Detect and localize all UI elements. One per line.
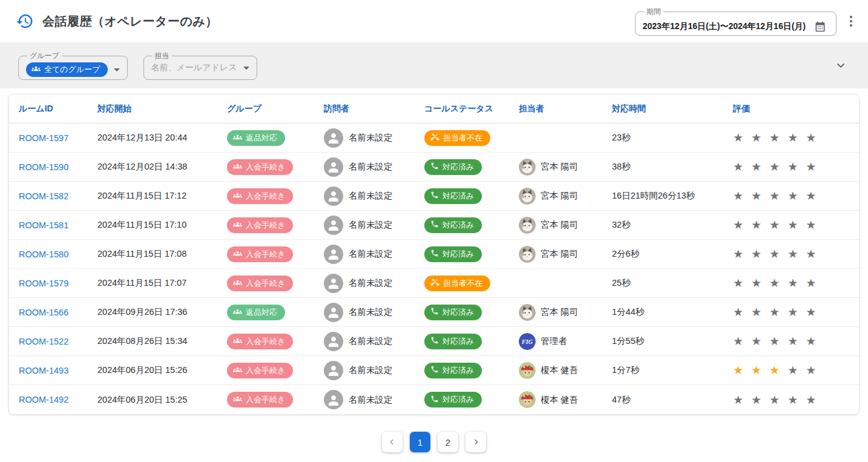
groups-icon — [233, 220, 242, 231]
agent-name: 管理者 — [541, 335, 567, 347]
star-icon: ★ — [751, 306, 761, 318]
group-chip: 入会手続き — [227, 159, 293, 175]
agent-cell: 宮本 陽司 — [519, 188, 612, 205]
table-row[interactable]: ROOM-15972024年12月13日 20:44返品対応名前未設定担当者不在… — [9, 124, 859, 153]
next-page-button[interactable] — [465, 432, 486, 452]
call-status-chip: 対応済み — [424, 305, 482, 320]
prev-page-button[interactable] — [382, 432, 403, 452]
star-icon: ★ — [787, 190, 798, 202]
table-row[interactable]: ROOM-15662024年09月26日 17:36返品対応名前未設定対応済み宮… — [9, 298, 859, 327]
duration: 25秒 — [612, 277, 733, 289]
star-icon: ★ — [751, 219, 761, 231]
room-id-link[interactable]: ROOM-1581 — [19, 220, 68, 230]
person-icon — [326, 332, 341, 351]
period-field[interactable]: 期間 2023年12月16日(土)〜2024年12月16日(月) — [635, 7, 837, 36]
start-time: 2024年11月15日 17:08 — [97, 248, 227, 260]
table-row[interactable]: ROOM-14932024年06月20日 15:26入会手続き名前未設定対応済み… — [9, 356, 859, 385]
room-id-link[interactable]: ROOM-1580 — [19, 249, 68, 259]
star-icon: ★ — [769, 248, 780, 260]
agent-cell: 宮本 陽司 — [519, 217, 612, 234]
more-options-icon[interactable] — [845, 12, 857, 30]
group-chip: 返品対応 — [227, 305, 285, 320]
star-icon: ★ — [806, 190, 816, 202]
star-icon: ★ — [787, 306, 798, 318]
phone-icon — [430, 191, 439, 201]
visitor-avatar — [324, 303, 343, 322]
rating-stars: ★★★★★ — [733, 132, 859, 144]
visitor-name: 名前未設定 — [349, 365, 393, 376]
col-rating: 評価 — [733, 104, 859, 114]
start-time: 2024年06月20日 15:25 — [97, 394, 227, 406]
start-time: 2024年12月13日 20:44 — [97, 132, 227, 144]
agent-filter-placeholder: 名前、メールアドレス — [151, 62, 237, 73]
agent-filter-input[interactable]: 担当 名前、メールアドレス — [143, 51, 257, 80]
agent-avatar: FIG — [519, 333, 536, 350]
star-icon: ★ — [733, 394, 743, 406]
start-time: 2024年11月15日 17:07 — [97, 277, 227, 289]
agent-cell: 宮本 陽司 — [519, 246, 612, 263]
groups-icon — [233, 365, 242, 376]
group-filter-chip-label: 全てのグループ — [44, 64, 100, 75]
visitor-name: 名前未設定 — [349, 306, 393, 318]
star-icon: ★ — [733, 190, 743, 202]
visitor-avatar — [324, 332, 343, 351]
star-icon: ★ — [787, 161, 798, 173]
star-icon: ★ — [733, 161, 743, 173]
room-id-link[interactable]: ROOM-1579 — [19, 279, 68, 288]
start-time: 2024年11月15日 17:10 — [97, 219, 227, 231]
col-start: 対応開始 — [97, 104, 227, 114]
visitor-name: 名前未設定 — [349, 161, 393, 173]
group-filter-select[interactable]: グループ 全てのグループ — [18, 51, 128, 80]
page-button-1[interactable]: 1 — [410, 432, 430, 452]
room-id-link[interactable]: ROOM-1522 — [19, 337, 68, 346]
filter-expand-chevron-icon[interactable] — [832, 56, 850, 74]
visitor-name: 名前未設定 — [349, 190, 393, 202]
room-id-link[interactable]: ROOM-1493 — [19, 366, 68, 375]
person-icon — [326, 361, 341, 380]
star-icon: ★ — [806, 219, 816, 231]
top-header: 会話履歴（オペレーターのみ） 期間 2023年12月16日(土)〜2024年12… — [0, 0, 868, 42]
room-id-link[interactable]: ROOM-1492 — [19, 395, 68, 404]
group-chip: 入会手続き — [227, 363, 293, 378]
table-row[interactable]: ROOM-15792024年11月15日 17:07入会手続き名前未設定担当者不… — [9, 269, 859, 298]
table-row[interactable]: ROOM-15222024年08月26日 15:34入会手続き名前未設定対応済み… — [9, 327, 859, 356]
visitor-avatar — [324, 274, 343, 293]
room-id-link[interactable]: ROOM-1582 — [19, 191, 68, 201]
room-id-link[interactable]: ROOM-1597 — [19, 133, 68, 143]
call-status-chip: 対応済み — [424, 188, 482, 204]
agent-name: 榎本 健吾 — [541, 394, 578, 406]
room-id-link[interactable]: ROOM-1566 — [19, 308, 68, 317]
star-icon: ★ — [806, 306, 816, 318]
table-row[interactable]: ROOM-15902024年12月02日 14:38入会手続き名前未設定対応済み… — [9, 153, 859, 182]
table-header-row: ルームID 対応開始 グループ 訪問者 コールステータス 担当者 対応時間 評価 — [9, 94, 859, 124]
group-chip: 入会手続き — [227, 246, 293, 262]
visitor-avatar — [324, 216, 343, 235]
call-status-chip: 対応済み — [424, 217, 482, 233]
page-button-2[interactable]: 2 — [438, 432, 458, 452]
star-icon: ★ — [769, 161, 780, 173]
star-icon: ★ — [806, 277, 816, 289]
duration: 1分44秒 — [612, 306, 733, 318]
table-row[interactable]: ROOM-15802024年11月15日 17:08入会手続き名前未設定対応済み… — [9, 240, 859, 269]
agent-avatar — [519, 188, 536, 205]
agent-name: 宮本 陽司 — [541, 248, 578, 260]
table-row[interactable]: ROOM-15822024年11月15日 17:12入会手続き名前未設定対応済み… — [9, 182, 859, 211]
person-icon — [326, 128, 341, 148]
groups-icon — [233, 162, 242, 173]
rating-stars: ★★★★★ — [733, 161, 859, 173]
start-time: 2024年09月26日 17:36 — [97, 306, 227, 318]
group-filter-chip[interactable]: 全てのグループ — [26, 62, 108, 77]
start-time: 2024年08月26日 15:34 — [97, 335, 227, 347]
room-id-link[interactable]: ROOM-1590 — [19, 162, 68, 172]
star-icon: ★ — [769, 365, 780, 376]
star-icon: ★ — [787, 394, 798, 406]
star-icon: ★ — [806, 365, 816, 376]
visitor-name: 名前未設定 — [349, 394, 393, 406]
star-icon: ★ — [806, 161, 816, 173]
calendar-icon[interactable] — [812, 18, 829, 35]
star-icon: ★ — [751, 335, 761, 347]
star-icon: ★ — [806, 132, 816, 144]
agent-cell: 榎本 健吾 — [519, 391, 612, 408]
table-row[interactable]: ROOM-14922024年06月20日 15:25入会手続き名前未設定対応済み… — [9, 385, 859, 414]
table-row[interactable]: ROOM-15812024年11月15日 17:10入会手続き名前未設定対応済み… — [9, 211, 859, 240]
